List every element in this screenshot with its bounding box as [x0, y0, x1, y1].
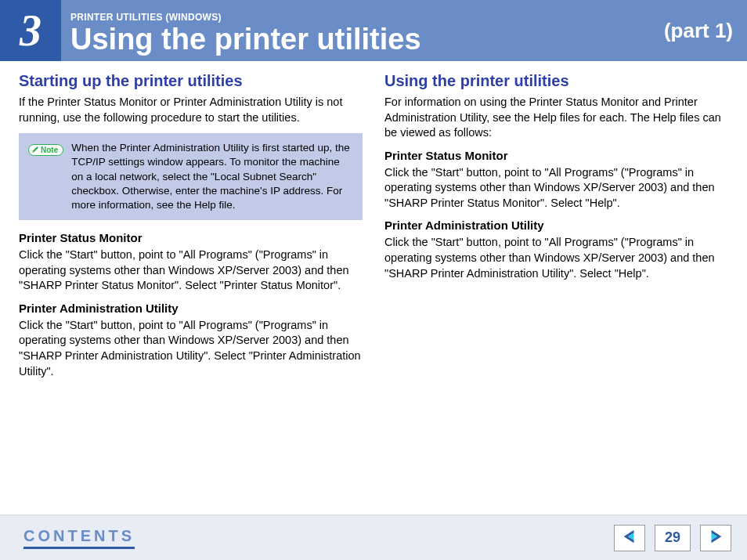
contents-button[interactable]: CONTENTS	[23, 527, 135, 549]
next-page-button[interactable]	[700, 525, 731, 551]
footer: CONTENTS 29	[0, 515, 747, 560]
section-heading-using: Using the printer utilities	[384, 72, 728, 90]
body-pau-right: Click the "Start" button, point to "All …	[384, 235, 728, 281]
section-heading-starting: Starting up the printer utilities	[19, 72, 363, 90]
subheading-psm-left: Printer Status Monitor	[19, 231, 363, 244]
body-psm-left: Click the "Start" button, point to "All …	[19, 247, 363, 294]
pencil-icon	[32, 146, 39, 154]
arrow-left-icon	[621, 528, 638, 548]
note-label: Note	[41, 146, 58, 154]
note-badge: Note	[28, 144, 63, 156]
chapter-number: 3	[0, 0, 61, 61]
header-titles: PRINTER UTILITIES (WINDOWS) Using the pr…	[61, 0, 664, 61]
intro-text-right: For information on using the Printer Sta…	[384, 95, 728, 141]
left-column: Starting up the printer utilities If the…	[19, 72, 363, 387]
breadcrumb: PRINTER UTILITIES (WINDOWS)	[70, 12, 655, 23]
page-title: Using the printer utilities	[70, 24, 655, 54]
prev-page-button[interactable]	[614, 525, 645, 551]
page-number: 29	[655, 525, 691, 551]
note-box: Note When the Printer Administration Uti…	[19, 133, 363, 220]
body-psm-right: Click the "Start" button, point to "All …	[384, 165, 728, 211]
note-text: When the Printer Administration Utility …	[71, 141, 353, 212]
content-area: Starting up the printer utilities If the…	[0, 61, 747, 387]
footer-nav: 29	[614, 525, 731, 551]
part-label: (part 1)	[664, 19, 747, 43]
intro-text-left: If the Printer Status Monitor or Printer…	[19, 95, 363, 125]
subheading-psm-right: Printer Status Monitor	[384, 149, 728, 162]
arrow-right-icon	[707, 528, 724, 548]
subheading-pau-left: Printer Administration Utility	[19, 302, 363, 315]
page-header: 3 PRINTER UTILITIES (WINDOWS) Using the …	[0, 0, 747, 61]
right-column: Using the printer utilities For informat…	[384, 72, 728, 387]
subheading-pau-right: Printer Administration Utility	[384, 219, 728, 232]
body-pau-left: Click the "Start" button, point to "All …	[19, 318, 363, 379]
